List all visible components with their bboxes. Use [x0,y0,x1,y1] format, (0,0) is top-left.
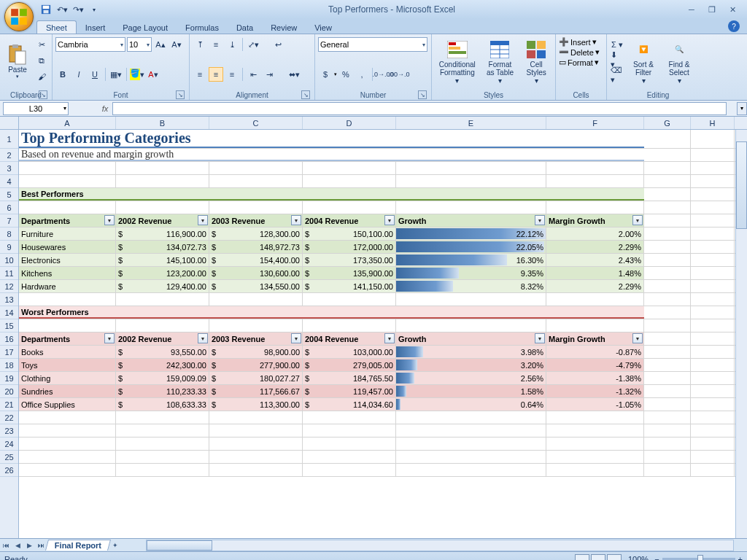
zoom-in-button[interactable]: + [738,555,743,561]
insert-cells-button[interactable]: ➕Insert ▾ [559,37,600,47]
filter-dropdown[interactable]: ▼ [384,333,395,343]
align-center-button[interactable]: ≡ [209,67,223,82]
filter-dropdown[interactable]: ▼ [384,215,395,225]
page-layout-view-button[interactable] [591,554,605,561]
select-all-corner[interactable] [0,117,19,130]
save-button[interactable] [39,3,53,16]
row-header-19[interactable]: 19 [0,372,18,385]
horizontal-scrollbar[interactable] [146,540,734,551]
tab-page-layout[interactable]: Page Layout [114,21,177,34]
row-header-17[interactable]: 17 [0,346,18,359]
table-row[interactable]: Books $93,550.00 $98,900.00 $103,000.00 … [19,346,747,359]
borders-button[interactable]: ▦▾ [109,67,123,82]
tab-sheet[interactable]: Sheet [36,20,77,34]
row-header-26[interactable]: 26 [0,464,18,477]
zoom-out-button[interactable]: − [654,555,659,561]
fill-button[interactable]: ⬇ ▾ [610,52,624,67]
table-row[interactable]: Toys $242,300.00 $277,900.00 $279,005.00… [19,359,747,372]
grow-font-button[interactable]: A▴ [153,37,168,52]
italic-button[interactable]: I [71,67,86,82]
table-row[interactable]: Housewares $134,072.73 $148,972.73 $172,… [19,241,747,254]
paste-button[interactable]: Paste▾ [3,37,32,85]
tab-nav-next[interactable]: ▶ [23,540,35,551]
currency-button[interactable]: $ [318,67,333,82]
col-header-f[interactable]: F [546,117,644,129]
number-dialog-launcher[interactable]: ↘ [418,90,427,99]
number-format-combo[interactable]: General▾ [318,37,427,52]
row-header-1[interactable]: 1 [0,130,18,149]
copy-button[interactable]: ⧉ [34,53,49,68]
filter-dropdown[interactable]: ▼ [291,333,301,343]
bold-button[interactable]: B [55,67,70,82]
undo-button[interactable]: ↶▾ [55,3,69,16]
formula-input[interactable] [112,102,727,115]
merge-center-button[interactable]: ⬌▾ [284,67,304,82]
table-row[interactable]: Electronics $145,100.00 $154,400.00 $173… [19,254,747,267]
row-header-23[interactable]: 23 [0,424,18,438]
row-header-24[interactable]: 24 [0,438,18,451]
font-dialog-launcher[interactable]: ↘ [176,90,185,99]
filter-dropdown[interactable]: ▼ [104,333,115,343]
close-button[interactable]: ✕ [724,4,741,15]
table-row[interactable]: Office Supplies $108,633.33 $113,300.00 … [19,398,747,411]
col-header-d[interactable]: D [303,117,396,129]
col-header-a[interactable]: A [19,117,116,129]
cut-button[interactable]: ✂ [34,37,49,52]
align-right-button[interactable]: ≡ [225,67,239,82]
row-header-12[interactable]: 12 [0,280,18,293]
font-family-combo[interactable]: Cambria▾ [55,37,125,52]
tab-nav-prev[interactable]: ◀ [12,540,23,551]
shrink-font-button[interactable]: A▾ [169,37,184,52]
delete-cells-button[interactable]: ➖Delete ▾ [559,47,600,57]
name-box[interactable]: L30▾ [3,102,69,115]
align-top-button[interactable]: ⤒ [193,37,207,52]
col-header-h[interactable]: H [691,117,735,129]
alignment-dialog-launcher[interactable]: ↘ [301,90,310,99]
zoom-slider-thumb[interactable] [697,555,703,561]
format-as-table-button[interactable]: Format as Table▾ [482,37,519,85]
tab-formulas[interactable]: Formulas [177,21,228,34]
clear-button[interactable]: ⌫ ▾ [610,68,624,82]
filter-dropdown[interactable]: ▼ [291,215,301,225]
filter-dropdown[interactable]: ▼ [198,333,208,343]
conditional-formatting-button[interactable]: Conditional Formatting▾ [435,37,480,85]
row-header-6[interactable]: 6 [0,201,18,214]
row-header-16[interactable]: 16 [0,332,18,346]
insert-sheet-button[interactable]: ✦ [109,540,121,551]
filter-dropdown[interactable]: ▼ [535,215,545,225]
row-header-22[interactable]: 22 [0,411,18,424]
zoom-slider[interactable] [662,558,735,561]
fill-color-button[interactable]: 🪣▾ [130,67,144,82]
row-header-10[interactable]: 10 [0,254,18,267]
filter-dropdown[interactable]: ▼ [104,215,115,225]
vertical-scrollbar[interactable] [735,130,747,538]
worksheet-grid[interactable]: 1234567891011121314151617181920212223242… [0,130,747,538]
col-header-b[interactable]: B [116,117,209,129]
decrease-indent-button[interactable]: ⇤ [246,67,260,82]
cell-styles-button[interactable]: Cell Styles▾ [520,37,552,85]
row-header-9[interactable]: 9 [0,241,18,254]
row-header-8[interactable]: 8 [0,228,18,241]
fx-button[interactable]: fx [98,104,112,113]
align-middle-button[interactable]: ≡ [209,37,223,52]
tab-insert[interactable]: Insert [77,21,115,34]
row-header-13[interactable]: 13 [0,293,18,306]
underline-button[interactable]: U [88,67,102,82]
clipboard-dialog-launcher[interactable]: ↘ [39,90,47,99]
row-header-11[interactable]: 11 [0,267,18,280]
table-row[interactable]: Sundries $110,233.33 $117,566.67 $119,45… [19,385,747,398]
restore-button[interactable]: ❐ [703,4,721,15]
table-row[interactable]: Hardware $129,400.00 $134,550.00 $141,15… [19,280,747,293]
row-header-14[interactable]: 14 [0,306,18,319]
normal-view-button[interactable] [575,554,589,561]
find-select-button[interactable]: 🔍Find & Select▾ [662,37,696,85]
format-cells-button[interactable]: ▭Format ▾ [559,58,600,67]
office-button[interactable] [4,2,34,31]
row-header-5[interactable]: 5 [0,188,18,201]
table-row[interactable]: Furniture $116,900.00 $128,300.00 $150,1… [19,228,747,241]
horizontal-scroll-thumb[interactable] [147,540,212,551]
font-color-button[interactable]: A▾ [146,67,160,82]
redo-button[interactable]: ↷▾ [71,3,85,16]
row-header-3[interactable]: 3 [0,162,18,175]
filter-dropdown[interactable]: ▼ [198,215,208,225]
